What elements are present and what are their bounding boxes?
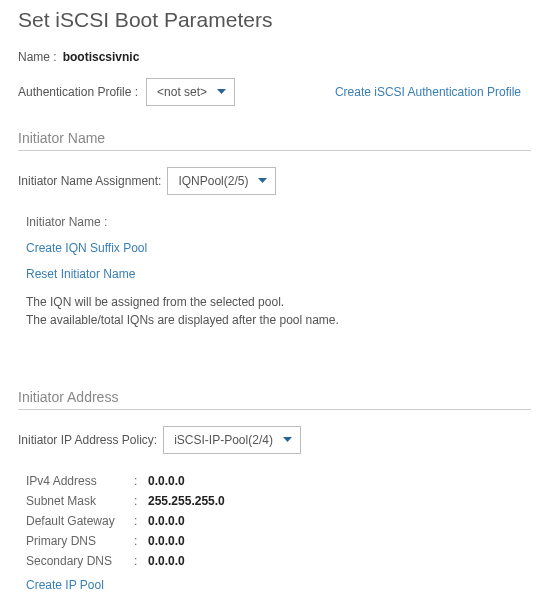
create-ip-pool-link[interactable]: Create IP Pool (26, 578, 531, 592)
initiator-name-label: Initiator Name : (26, 215, 531, 229)
field-value: 0.0.0.0 (148, 474, 185, 488)
field-value: 0.0.0.0 (148, 554, 185, 568)
name-row: Name : bootiscsivnic (18, 50, 531, 64)
initiator-name-details: Initiator Name : Create IQN Suffix Pool … (18, 215, 531, 329)
auth-profile-select[interactable]: <not set> (146, 78, 235, 106)
initiator-ip-policy-value: iSCSI-IP-Pool(2/4) (174, 433, 273, 447)
reset-initiator-name-link[interactable]: Reset Initiator Name (26, 267, 531, 281)
initiator-ip-policy-row: Initiator IP Address Policy: iSCSI-IP-Po… (18, 426, 531, 454)
ip-fields-table: IPv4 Address : 0.0.0.0 Subnet Mask : 255… (18, 474, 531, 568)
table-row: Primary DNS : 0.0.0.0 (26, 534, 531, 548)
divider (18, 150, 531, 151)
field-key: Subnet Mask (26, 494, 134, 508)
field-value: 255.255.255.0 (148, 494, 225, 508)
note-line: The IQN will be assigned from the select… (26, 293, 531, 311)
initiator-name-assignment-label: Initiator Name Assignment: (18, 174, 161, 188)
page-title: Set iSCSI Boot Parameters (18, 8, 531, 32)
divider (18, 409, 531, 410)
field-key: IPv4 Address (26, 474, 134, 488)
table-row: Default Gateway : 0.0.0.0 (26, 514, 531, 528)
field-value: 0.0.0.0 (148, 514, 185, 528)
field-value: 0.0.0.0 (148, 534, 185, 548)
initiator-name-assignment-select[interactable]: IQNPool(2/5) (167, 167, 276, 195)
chevron-down-icon (258, 178, 267, 184)
initiator-address-section-title: Initiator Address (18, 389, 531, 405)
field-key: Secondary DNS (26, 554, 134, 568)
initiator-name-note: The IQN will be assigned from the select… (26, 293, 531, 329)
name-value: bootiscsivnic (63, 50, 140, 64)
table-row: Subnet Mask : 255.255.255.0 (26, 494, 531, 508)
auth-profile-row: Authentication Profile : <not set> Creat… (18, 78, 531, 106)
field-key: Default Gateway (26, 514, 134, 528)
auth-profile-selected: <not set> (157, 85, 207, 99)
table-row: IPv4 Address : 0.0.0.0 (26, 474, 531, 488)
create-auth-profile-link[interactable]: Create iSCSI Authentication Profile (295, 85, 531, 99)
field-key: Primary DNS (26, 534, 134, 548)
initiator-name-assignment-value: IQNPool(2/5) (178, 174, 248, 188)
initiator-ip-policy-label: Initiator IP Address Policy: (18, 433, 157, 447)
initiator-ip-policy-select[interactable]: iSCSI-IP-Pool(2/4) (163, 426, 301, 454)
note-line: The available/total IQNs are displayed a… (26, 311, 531, 329)
chevron-down-icon (283, 437, 292, 443)
create-iqn-suffix-pool-link[interactable]: Create IQN Suffix Pool (26, 241, 531, 255)
chevron-down-icon (217, 89, 226, 95)
auth-profile-label: Authentication Profile : (18, 85, 138, 99)
initiator-name-assignment-row: Initiator Name Assignment: IQNPool(2/5) (18, 167, 531, 195)
name-label: Name : (18, 50, 57, 64)
table-row: Secondary DNS : 0.0.0.0 (26, 554, 531, 568)
initiator-name-section-title: Initiator Name (18, 130, 531, 146)
